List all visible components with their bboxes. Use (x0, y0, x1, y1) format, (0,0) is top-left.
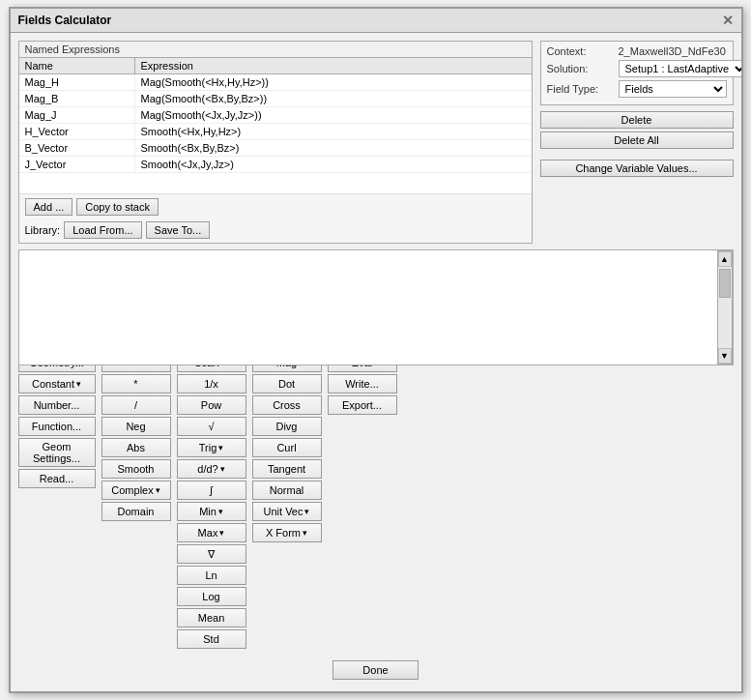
row-name: Mag_B (19, 91, 135, 106)
std-button[interactable]: Std (177, 629, 246, 649)
named-expressions-title: Named Expressions (19, 42, 532, 58)
copy-to-stack-button[interactable]: Copy to stack (76, 198, 159, 216)
row-expression: Mag(Smooth(<Bx,By,Bz>)) (135, 91, 532, 106)
reciprocal-button[interactable]: 1/x (177, 374, 246, 394)
table-row[interactable]: Mag_B Mag(Smooth(<Bx,By,Bz>)) (19, 91, 532, 107)
solution-select[interactable]: Setup1 : LastAdaptive (619, 60, 741, 77)
row-name: J_Vector (19, 157, 135, 172)
divg-button[interactable]: Divg (252, 417, 322, 436)
multiply-button[interactable]: * (101, 374, 171, 394)
ln-button[interactable]: Ln (177, 566, 246, 585)
scroll-thumb[interactable] (719, 269, 731, 298)
stack-scrollbar[interactable]: ▲ ▼ (717, 250, 733, 365)
row-expression: Mag(Smooth(<Jx,Jy,Jz>)) (135, 107, 532, 123)
function-button[interactable]: Function... (18, 417, 96, 436)
named-expressions-panel: Named Expressions Name Expression Mag_H … (18, 41, 533, 244)
title-bar: Fields Calculator ✕ (11, 9, 741, 33)
table-row[interactable]: J_Vector Smooth(<Jx,Jy,Jz>) (19, 157, 532, 173)
row-expression: Smooth(<Bx,By,Bz>) (135, 140, 532, 156)
save-to-button[interactable]: Save To... (146, 221, 211, 239)
row-name: H_Vector (19, 124, 135, 139)
library-row: Library: Load From... Save To... (19, 219, 532, 243)
top-section: Named Expressions Name Expression Mag_H … (18, 41, 734, 244)
table-row[interactable]: H_Vector Smooth(<Hx,Hy,Hz>) (19, 124, 532, 140)
right-buttons: Delete Delete All Change Variable Values… (540, 111, 734, 177)
field-type-label: Field Type: (547, 83, 615, 95)
done-button[interactable]: Done (332, 660, 418, 680)
min-button[interactable]: Min ▾ (177, 502, 246, 521)
table-row[interactable]: Mag_H Mag(Smooth(<Hx,Hy,Hz>)) (19, 74, 532, 91)
field-type-row: Field Type: Fields (547, 80, 727, 98)
dd-button[interactable]: d/d? ▾ (177, 459, 246, 479)
gradient-button[interactable]: ∇ (177, 544, 246, 564)
tangent-button[interactable]: Tangent (252, 459, 322, 479)
scroll-up-arrow[interactable]: ▲ (718, 251, 732, 267)
unit-vec-button[interactable]: Unit Vec ▾ (252, 502, 322, 521)
log-button[interactable]: Log (177, 587, 246, 606)
add-button[interactable]: Add ... (25, 198, 73, 216)
domain-button[interactable]: Domain (101, 502, 171, 521)
library-label: Library: (25, 224, 61, 236)
delete-all-button[interactable]: Delete All (540, 131, 734, 149)
smooth-button[interactable]: Smooth (101, 459, 171, 479)
delete-button[interactable]: Delete (540, 111, 734, 129)
read-button[interactable]: Read... (18, 469, 96, 488)
stack-area: ▲ ▼ (18, 249, 734, 365)
main-content: Named Expressions Name Expression Mag_H … (11, 33, 741, 691)
general-column: General + - * / Neg Abs Smooth Complex ▾… (101, 316, 171, 649)
stack-section: ▲ ▼ (18, 249, 734, 279)
right-panel: Context: 2_Maxwell3D_NdFe30 Solution: Se… (540, 41, 734, 244)
context-label: Context: (547, 45, 615, 57)
sqrt-button[interactable]: √ (177, 417, 246, 436)
cross-button[interactable]: Cross (252, 395, 322, 415)
ne-buttons-row: Add ... Copy to stack (19, 193, 532, 219)
constant-button[interactable]: Constant ▾ (18, 374, 96, 394)
solution-label: Solution: (547, 63, 615, 74)
xform-button[interactable]: X Form ▾ (252, 523, 322, 542)
normal-button[interactable]: Normal (252, 481, 322, 500)
done-row: Done (18, 655, 734, 684)
context-row: Context: 2_Maxwell3D_NdFe30 (547, 45, 727, 57)
max-button[interactable]: Max ▾ (177, 523, 246, 542)
mean-button[interactable]: Mean (177, 608, 246, 627)
output-column: Output Value Eval Write... Export... (328, 316, 397, 649)
name-column-header: Name (19, 58, 135, 73)
abs-button[interactable]: Abs (101, 438, 171, 457)
named-expressions-table: Name Expression Mag_H Mag(Smooth(<Hx,Hy,… (19, 58, 532, 193)
complex-button[interactable]: Complex ▾ (101, 481, 171, 500)
neg-button[interactable]: Neg (101, 417, 171, 436)
divide-button[interactable]: / (101, 395, 171, 415)
fields-calculator-window: Fields Calculator ✕ Named Expressions Na… (9, 7, 743, 693)
scalar-column: Scalar Vec? ▾ Scal? ▾ 1/x Pow √ Trig ▾ d… (177, 316, 246, 649)
change-variable-button[interactable]: Change Variable Values... (540, 160, 734, 177)
table-header: Name Expression (19, 58, 532, 74)
input-column: Input Quantity ▾ Geometry... Constant ▾ … (18, 316, 96, 649)
write-button[interactable]: Write... (328, 374, 397, 394)
expression-column-header: Expression (135, 58, 532, 73)
load-from-button[interactable]: Load From... (64, 221, 141, 239)
row-expression: Smooth(<Jx,Jy,Jz>) (135, 157, 532, 172)
row-name: B_Vector (19, 140, 135, 156)
context-value: 2_Maxwell3D_NdFe30 (619, 45, 726, 57)
table-row[interactable]: B_Vector Smooth(<Bx,By,Bz>) (19, 140, 532, 157)
close-button[interactable]: ✕ (722, 13, 734, 28)
window-title: Fields Calculator (18, 14, 112, 27)
vector-column: Vector Mat... Mag Dot Cross Divg Curl Ta… (252, 316, 322, 649)
scroll-down-arrow[interactable]: ▼ (718, 348, 732, 364)
curl-button[interactable]: Curl (252, 438, 322, 457)
pow-button[interactable]: Pow (177, 395, 246, 415)
row-name: Mag_J (19, 107, 135, 123)
row-expression: Mag(Smooth(<Hx,Hy,Hz>)) (135, 74, 532, 90)
field-type-select[interactable]: Fields (619, 80, 727, 98)
integral-button[interactable]: ∫ (177, 481, 246, 500)
export-button[interactable]: Export... (328, 395, 397, 415)
table-row[interactable]: Mag_J Mag(Smooth(<Jx,Jy,Jz>)) (19, 107, 532, 124)
geom-settings-button[interactable]: Geom Settings... (18, 438, 96, 467)
number-button[interactable]: Number... (18, 395, 96, 415)
row-name: Mag_H (19, 74, 135, 90)
calculator-section: Input Quantity ▾ Geometry... Constant ▾ … (18, 316, 734, 649)
row-expression: Smooth(<Hx,Hy,Hz>) (135, 124, 532, 139)
dot-button[interactable]: Dot (252, 374, 322, 394)
trig-button[interactable]: Trig ▾ (177, 438, 246, 457)
context-panel: Context: 2_Maxwell3D_NdFe30 Solution: Se… (540, 41, 734, 105)
